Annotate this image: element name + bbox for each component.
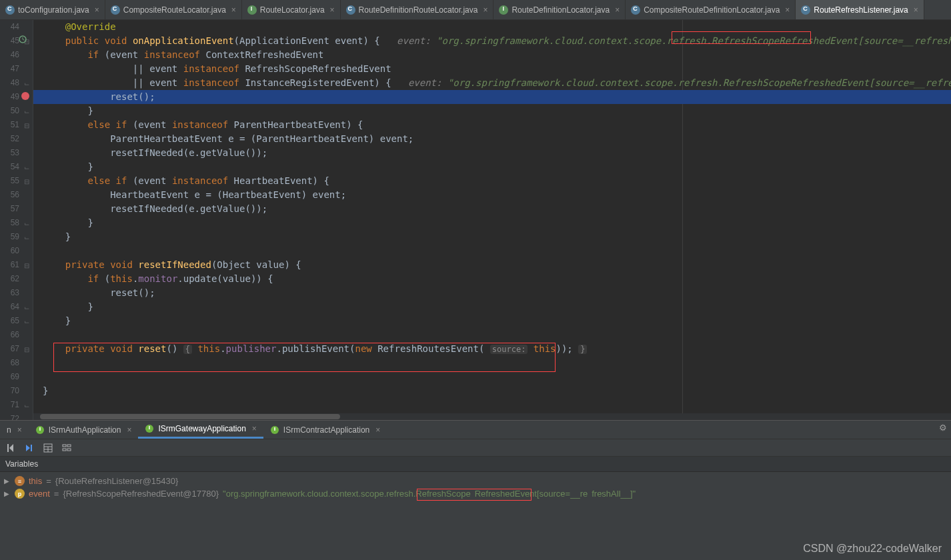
code-line[interactable]: if (this.monitor.update(value)) {: [33, 272, 951, 286]
code-line[interactable]: }: [33, 104, 951, 118]
close-icon[interactable]: ×: [17, 425, 22, 435]
fold-icon[interactable]: ⌙: [24, 164, 31, 171]
code-line[interactable]: public void onApplicationEvent(Applicati…: [33, 34, 951, 48]
calculator-icon[interactable]: [43, 443, 53, 453]
close-icon[interactable]: ×: [483, 5, 488, 15]
svg-rect-4: [7, 444, 9, 452]
code-line[interactable]: [33, 398, 951, 412]
svg-rect-10: [63, 445, 66, 447]
editor-tab[interactable]: toConfiguration.java×: [0, 0, 105, 19]
code-line[interactable]: @Override: [33, 20, 951, 34]
code-line[interactable]: resetIfNeeded(e.getValue());: [33, 146, 951, 160]
breakpoint-icon[interactable]: [21, 92, 29, 100]
editor-tab[interactable]: RouteRefreshListener.java×: [796, 0, 924, 19]
svg-rect-12: [63, 449, 66, 451]
close-icon[interactable]: ×: [127, 425, 131, 435]
line-number: 59: [0, 232, 19, 241]
debug-tab[interactable]: ISrmAuthApplication×: [29, 421, 139, 439]
code-line[interactable]: private void resetIfNeeded(Object value)…: [33, 258, 951, 272]
close-icon[interactable]: ×: [375, 425, 380, 435]
editor-tab[interactable]: CompositeRouteLocator.java×: [105, 0, 242, 19]
fold-icon[interactable]: ⊟: [24, 346, 31, 353]
close-icon[interactable]: ×: [95, 5, 99, 15]
code-line[interactable]: reset();: [33, 286, 951, 300]
svg-rect-5: [31, 445, 32, 451]
highlight-box-3: [417, 489, 532, 501]
line-number: 44: [0, 22, 19, 31]
override-icon[interactable]: [19, 35, 27, 43]
fold-icon[interactable]: ⌙: [24, 234, 31, 241]
tab-label: RouteRefreshListener.java: [814, 5, 908, 15]
code-editor[interactable]: 4445⊟464748⌙4950⌙51⊟525354⌙55⊟565758⌙59⌙…: [0, 20, 951, 420]
code-line[interactable]: reset();: [33, 90, 951, 104]
close-icon[interactable]: ×: [252, 424, 257, 433]
spring-boot-icon: [145, 424, 154, 433]
horizontal-scrollbar[interactable]: [33, 413, 951, 420]
code-line[interactable]: else if (event instanceof ParentHeartbea…: [33, 118, 951, 132]
line-number: 55: [0, 176, 19, 185]
line-number: 52: [0, 134, 19, 143]
fold-icon[interactable]: ⌙: [24, 220, 31, 227]
code-line[interactable]: }: [33, 314, 951, 328]
fold-icon[interactable]: ⊟: [24, 122, 31, 129]
code-line[interactable]: [33, 244, 951, 258]
fold-icon[interactable]: ⊟: [24, 178, 31, 185]
code-line[interactable]: }: [33, 230, 951, 244]
tab-label: toConfiguration.java: [18, 5, 89, 15]
debug-tab[interactable]: ISrmGatewayApplication×: [138, 421, 263, 439]
code-line[interactable]: [33, 370, 951, 384]
close-icon[interactable]: ×: [615, 5, 620, 15]
code-line[interactable]: }: [33, 216, 951, 230]
restart-frame-icon[interactable]: [5, 443, 16, 453]
variable-row[interactable]: ▶≡this = {RouteRefreshListener@15430}: [1, 475, 950, 487]
fold-icon[interactable]: ⌙: [24, 304, 31, 311]
close-icon[interactable]: ×: [231, 5, 236, 15]
code-line[interactable]: [33, 328, 951, 342]
fold-icon[interactable]: ⌙: [24, 108, 31, 115]
step-icon[interactable]: [24, 443, 35, 453]
variable-icon: p: [15, 489, 25, 499]
scrollbar-thumb[interactable]: [40, 414, 340, 419]
code-line[interactable]: || event instanceof RefreshScopeRefreshe…: [33, 62, 951, 76]
tab-label: CompositeRouteLocator.java: [123, 5, 226, 15]
editor-tab[interactable]: CompositeRouteDefinitionLocator.java×: [626, 0, 796, 19]
expand-icon[interactable]: ▶: [4, 490, 11, 497]
code-line[interactable]: ParentHeartbeatEvent e = (ParentHeartbea…: [33, 132, 951, 146]
close-icon[interactable]: ×: [785, 5, 790, 15]
code-line[interactable]: else if (event instanceof HeartbeatEvent…: [33, 174, 951, 188]
debug-toolbar: [0, 439, 951, 457]
fold-icon[interactable]: ⌙: [24, 402, 31, 409]
fold-icon[interactable]: ⌙: [24, 318, 31, 325]
editor-tab[interactable]: RouteDefinitionLocator.java×: [494, 0, 626, 19]
tab-label: CompositeRouteDefinitionLocator.java: [644, 5, 780, 15]
line-number: 68: [0, 358, 19, 367]
editor-tab[interactable]: RouteLocator.java×: [242, 0, 341, 19]
equals-sign: =: [54, 489, 59, 499]
fold-icon[interactable]: ⊟: [24, 262, 31, 269]
highlight-box-1: [672, 31, 811, 44]
code-line[interactable]: HeartbeatEvent e = (HeartbeatEvent) even…: [33, 188, 951, 202]
code-line[interactable]: }: [33, 160, 951, 174]
tab-label: ISrmContractApplication: [283, 425, 369, 435]
code-line[interactable]: if (event instanceof ContextRefreshedEve…: [33, 48, 951, 62]
line-number: 69: [0, 372, 19, 381]
editor-tab[interactable]: RouteDefinitionRouteLocator.java×: [341, 0, 494, 19]
layout-icon[interactable]: [61, 443, 72, 453]
code-line[interactable]: resetIfNeeded(e.getValue());: [33, 202, 951, 216]
line-number: 65: [0, 316, 19, 325]
spring-boot-icon: [270, 425, 279, 435]
code-line[interactable]: }: [33, 300, 951, 314]
close-icon[interactable]: ×: [330, 5, 335, 15]
line-number: 49: [0, 92, 19, 101]
fold-icon[interactable]: ⌙: [24, 80, 31, 87]
interface-icon: [247, 5, 257, 15]
code-line[interactable]: }: [33, 384, 951, 398]
watermark: CSDN @zhou22-codeWalker: [803, 543, 942, 555]
debug-tab[interactable]: ISrmContractApplication×: [263, 421, 387, 439]
close-icon[interactable]: ×: [914, 5, 918, 15]
line-number: 54: [0, 162, 19, 171]
debug-tab[interactable]: n×: [0, 421, 29, 439]
code-line[interactable]: || event instanceof InstanceRegisteredEv…: [33, 76, 951, 90]
expand-icon[interactable]: ▶: [4, 477, 11, 485]
gear-icon[interactable]: ⚙: [939, 423, 947, 433]
